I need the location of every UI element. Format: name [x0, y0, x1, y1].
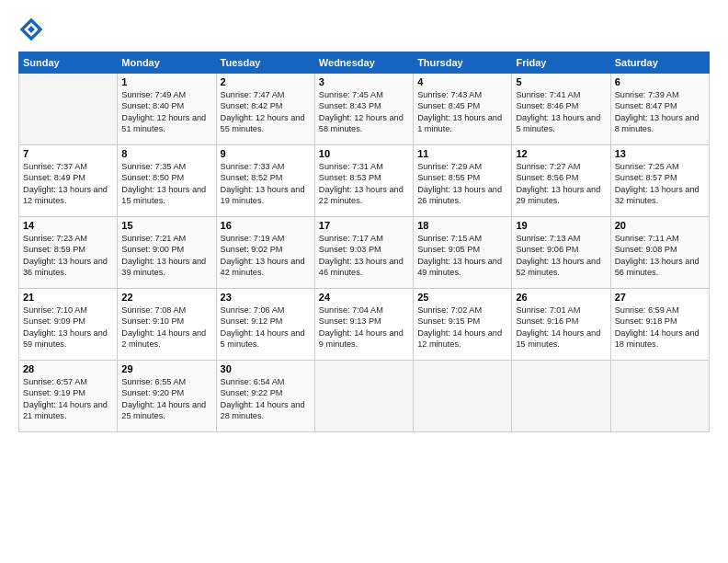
day-number: 2 [221, 76, 311, 87]
day-cell [512, 361, 610, 432]
week-row-4: 21 Sunrise: 7:10 AM Sunset: 9:09 PM Dayl… [19, 289, 710, 361]
day-number: 23 [221, 292, 311, 303]
day-number: 21 [23, 292, 113, 303]
day-info: Sunrise: 7:45 AM Sunset: 8:43 PM Dayligh… [319, 89, 409, 135]
day-info: Sunrise: 6:54 AM Sunset: 9:22 PM Dayligh… [221, 376, 311, 422]
day-number: 5 [516, 76, 606, 87]
day-info: Sunrise: 7:04 AM Sunset: 9:13 PM Dayligh… [319, 304, 409, 350]
page: SundayMondayTuesdayWednesdayThursdayFrid… [0, 0, 728, 563]
col-header-thursday: Thursday [414, 52, 512, 74]
day-info: Sunrise: 6:59 AM Sunset: 9:18 PM Dayligh… [615, 304, 705, 350]
day-cell: 27 Sunrise: 6:59 AM Sunset: 9:18 PM Dayl… [610, 289, 709, 361]
day-cell [414, 361, 512, 432]
day-number: 25 [417, 292, 507, 303]
day-cell: 30 Sunrise: 6:54 AM Sunset: 9:22 PM Dayl… [216, 361, 314, 432]
day-info: Sunrise: 7:31 AM Sunset: 8:53 PM Dayligh… [319, 161, 409, 207]
day-cell: 18 Sunrise: 7:15 AM Sunset: 9:05 PM Dayl… [414, 217, 512, 289]
day-info: Sunrise: 7:06 AM Sunset: 9:12 PM Dayligh… [221, 304, 311, 350]
day-number: 18 [417, 220, 507, 231]
day-cell: 2 Sunrise: 7:47 AM Sunset: 8:42 PM Dayli… [216, 74, 314, 145]
day-number: 19 [516, 220, 606, 231]
day-info: Sunrise: 7:08 AM Sunset: 9:10 PM Dayligh… [121, 304, 211, 350]
day-number: 9 [221, 148, 311, 159]
day-number: 4 [417, 76, 507, 87]
day-number: 16 [221, 220, 311, 231]
day-info: Sunrise: 7:27 AM Sunset: 8:56 PM Dayligh… [516, 161, 606, 207]
day-cell: 8 Sunrise: 7:35 AM Sunset: 8:50 PM Dayli… [118, 145, 216, 217]
day-info: Sunrise: 7:43 AM Sunset: 8:45 PM Dayligh… [417, 89, 507, 135]
day-cell: 24 Sunrise: 7:04 AM Sunset: 9:13 PM Dayl… [314, 289, 413, 361]
day-info: Sunrise: 7:01 AM Sunset: 9:16 PM Dayligh… [516, 304, 606, 350]
day-info: Sunrise: 7:47 AM Sunset: 8:42 PM Dayligh… [221, 89, 311, 135]
day-number: 10 [319, 148, 409, 159]
day-cell: 7 Sunrise: 7:37 AM Sunset: 8:49 PM Dayli… [19, 145, 118, 217]
day-number: 27 [615, 292, 705, 303]
day-cell: 22 Sunrise: 7:08 AM Sunset: 9:10 PM Dayl… [118, 289, 216, 361]
day-info: Sunrise: 7:41 AM Sunset: 8:46 PM Dayligh… [516, 89, 606, 135]
day-cell: 15 Sunrise: 7:21 AM Sunset: 9:00 PM Dayl… [118, 217, 216, 289]
day-info: Sunrise: 7:39 AM Sunset: 8:47 PM Dayligh… [615, 89, 705, 135]
day-cell: 26 Sunrise: 7:01 AM Sunset: 9:16 PM Dayl… [512, 289, 610, 361]
col-header-tuesday: Tuesday [216, 52, 314, 74]
day-cell: 14 Sunrise: 7:23 AM Sunset: 8:59 PM Dayl… [19, 217, 118, 289]
day-number: 20 [615, 220, 705, 231]
day-info: Sunrise: 6:55 AM Sunset: 9:20 PM Dayligh… [121, 376, 211, 422]
day-number: 11 [417, 148, 507, 159]
day-number: 7 [23, 148, 113, 159]
col-header-monday: Monday [118, 52, 216, 74]
week-row-3: 14 Sunrise: 7:23 AM Sunset: 8:59 PM Dayl… [19, 217, 710, 289]
day-info: Sunrise: 7:25 AM Sunset: 8:57 PM Dayligh… [615, 161, 705, 207]
day-info: Sunrise: 7:49 AM Sunset: 8:40 PM Dayligh… [121, 89, 211, 135]
day-info: Sunrise: 7:37 AM Sunset: 8:49 PM Dayligh… [23, 161, 113, 207]
day-number: 29 [121, 363, 211, 374]
day-info: Sunrise: 6:57 AM Sunset: 9:19 PM Dayligh… [23, 376, 113, 422]
week-row-2: 7 Sunrise: 7:37 AM Sunset: 8:49 PM Dayli… [19, 145, 710, 217]
logo [18, 17, 48, 42]
day-info: Sunrise: 7:10 AM Sunset: 9:09 PM Dayligh… [23, 304, 113, 350]
day-cell: 4 Sunrise: 7:43 AM Sunset: 8:45 PM Dayli… [414, 74, 512, 145]
col-header-saturday: Saturday [610, 52, 709, 74]
col-header-wednesday: Wednesday [314, 52, 413, 74]
day-cell: 5 Sunrise: 7:41 AM Sunset: 8:46 PM Dayli… [512, 74, 610, 145]
day-number: 22 [121, 292, 211, 303]
day-info: Sunrise: 7:13 AM Sunset: 9:06 PM Dayligh… [516, 233, 606, 279]
day-cell [19, 74, 118, 145]
day-info: Sunrise: 7:33 AM Sunset: 8:52 PM Dayligh… [221, 161, 311, 207]
week-row-1: 1 Sunrise: 7:49 AM Sunset: 8:40 PM Dayli… [19, 74, 710, 145]
day-number: 24 [319, 292, 409, 303]
day-cell: 1 Sunrise: 7:49 AM Sunset: 8:40 PM Dayli… [118, 74, 216, 145]
day-number: 12 [516, 148, 606, 159]
day-number: 6 [615, 76, 705, 87]
day-cell: 3 Sunrise: 7:45 AM Sunset: 8:43 PM Dayli… [314, 74, 413, 145]
day-cell: 17 Sunrise: 7:17 AM Sunset: 9:03 PM Dayl… [314, 217, 413, 289]
day-cell [314, 361, 413, 432]
day-cell: 12 Sunrise: 7:27 AM Sunset: 8:56 PM Dayl… [512, 145, 610, 217]
day-info: Sunrise: 7:19 AM Sunset: 9:02 PM Dayligh… [221, 233, 311, 279]
day-cell: 11 Sunrise: 7:29 AM Sunset: 8:55 PM Dayl… [414, 145, 512, 217]
day-info: Sunrise: 7:23 AM Sunset: 8:59 PM Dayligh… [23, 233, 113, 279]
day-cell: 29 Sunrise: 6:55 AM Sunset: 9:20 PM Dayl… [118, 361, 216, 432]
day-info: Sunrise: 7:21 AM Sunset: 9:00 PM Dayligh… [121, 233, 211, 279]
col-header-sunday: Sunday [19, 52, 118, 74]
day-number: 8 [121, 148, 211, 159]
col-header-friday: Friday [512, 52, 610, 74]
week-row-5: 28 Sunrise: 6:57 AM Sunset: 9:19 PM Dayl… [19, 361, 710, 432]
calendar-table: SundayMondayTuesdayWednesdayThursdayFrid… [18, 52, 710, 432]
header-row: SundayMondayTuesdayWednesdayThursdayFrid… [19, 52, 710, 74]
day-info: Sunrise: 7:17 AM Sunset: 9:03 PM Dayligh… [319, 233, 409, 279]
day-cell: 6 Sunrise: 7:39 AM Sunset: 8:47 PM Dayli… [610, 74, 709, 145]
day-number: 14 [23, 220, 113, 231]
day-cell: 16 Sunrise: 7:19 AM Sunset: 9:02 PM Dayl… [216, 217, 314, 289]
header [18, 17, 710, 42]
day-cell: 28 Sunrise: 6:57 AM Sunset: 9:19 PM Dayl… [19, 361, 118, 432]
day-info: Sunrise: 7:29 AM Sunset: 8:55 PM Dayligh… [417, 161, 507, 207]
day-cell [610, 361, 709, 432]
day-cell: 13 Sunrise: 7:25 AM Sunset: 8:57 PM Dayl… [610, 145, 709, 217]
day-cell: 25 Sunrise: 7:02 AM Sunset: 9:15 PM Dayl… [414, 289, 512, 361]
day-cell: 23 Sunrise: 7:06 AM Sunset: 9:12 PM Dayl… [216, 289, 314, 361]
day-cell: 9 Sunrise: 7:33 AM Sunset: 8:52 PM Dayli… [216, 145, 314, 217]
day-number: 30 [221, 363, 311, 374]
logo-icon [18, 17, 44, 42]
day-cell: 20 Sunrise: 7:11 AM Sunset: 9:08 PM Dayl… [610, 217, 709, 289]
day-cell: 19 Sunrise: 7:13 AM Sunset: 9:06 PM Dayl… [512, 217, 610, 289]
